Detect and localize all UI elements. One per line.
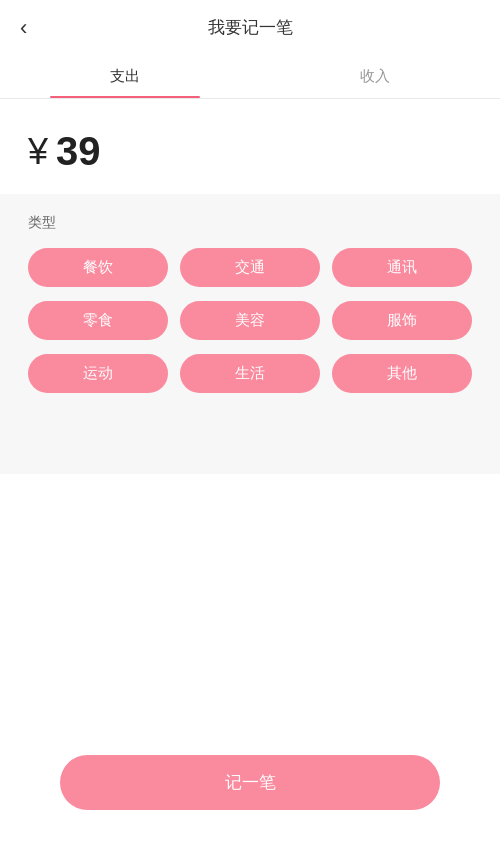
- tab-bar: 支出 收入: [0, 55, 500, 99]
- currency-symbol: ¥: [28, 131, 48, 173]
- category-tag-4[interactable]: 美容: [180, 301, 320, 340]
- header: ‹ 我要记一笔: [0, 0, 500, 55]
- category-tag-0[interactable]: 餐饮: [28, 248, 168, 287]
- tab-expense[interactable]: 支出: [0, 55, 250, 98]
- category-tag-5[interactable]: 服饰: [332, 301, 472, 340]
- amount-value: 39: [56, 129, 101, 174]
- page-title: 我要记一笔: [208, 16, 293, 39]
- category-grid: 餐饮 交通 通讯 零食 美容 服饰 运动 生活 其他: [28, 248, 472, 393]
- tab-income[interactable]: 收入: [250, 55, 500, 98]
- category-tag-6[interactable]: 运动: [28, 354, 168, 393]
- category-tag-8[interactable]: 其他: [332, 354, 472, 393]
- category-tag-2[interactable]: 通讯: [332, 248, 472, 287]
- submit-button[interactable]: 记一笔: [60, 755, 440, 810]
- category-tag-3[interactable]: 零食: [28, 301, 168, 340]
- amount-area: ¥ 39: [0, 99, 500, 194]
- category-tag-7[interactable]: 生活: [180, 354, 320, 393]
- submit-area: 记一笔: [0, 755, 500, 810]
- category-section: 类型 餐饮 交通 通讯 零食 美容 服饰 运动 生活 其他: [0, 194, 500, 474]
- amount-display: ¥ 39: [28, 129, 472, 174]
- category-tag-1[interactable]: 交通: [180, 248, 320, 287]
- back-button[interactable]: ‹: [20, 17, 27, 39]
- category-label: 类型: [28, 214, 472, 232]
